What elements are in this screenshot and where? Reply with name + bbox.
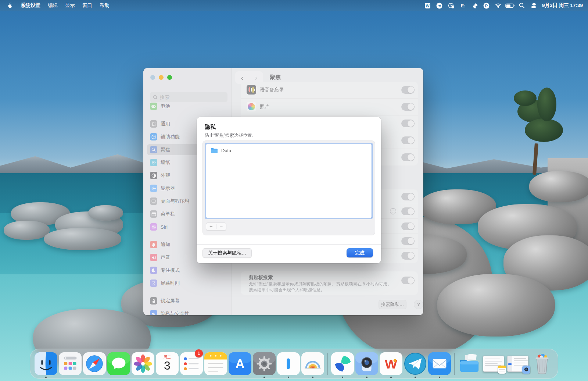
dock-system-settings[interactable] bbox=[252, 349, 276, 379]
sidebar-item-lock-screen[interactable]: 锁定屏幕 bbox=[147, 295, 228, 306]
about-search-privacy-button[interactable]: 关于搜索与隐私… bbox=[202, 248, 252, 258]
telegram-icon[interactable] bbox=[435, 1, 444, 10]
zoom-button[interactable] bbox=[167, 75, 172, 80]
menu-3[interactable]: 窗口 bbox=[79, 0, 96, 11]
displays-icon bbox=[150, 185, 157, 192]
menu-bar-clock[interactable]: 9月3日 周三 17:39 bbox=[542, 2, 583, 9]
menu-bar: 系统设置编辑显示窗口帮助 WE:P 9月3日 周三 17:39 bbox=[0, 0, 588, 11]
dock-photos[interactable] bbox=[131, 349, 155, 379]
dock-notes[interactable] bbox=[204, 349, 228, 379]
dock-mail[interactable] bbox=[427, 349, 452, 379]
clipboard-search-title: 剪贴板搜索 bbox=[249, 274, 273, 281]
running-indicator bbox=[263, 377, 265, 378]
pin-icon[interactable]: P bbox=[482, 1, 491, 10]
wps-icon[interactable]: W bbox=[423, 1, 433, 10]
dock-messages[interactable] bbox=[107, 349, 131, 379]
dock-trash[interactable] bbox=[530, 349, 554, 379]
dock-lens-app[interactable] bbox=[355, 349, 379, 379]
result-toggle[interactable] bbox=[401, 136, 415, 144]
fast-user-switching-icon[interactable] bbox=[529, 1, 538, 10]
menu-2[interactable]: 显示 bbox=[61, 0, 79, 11]
sidebar-item-label: Siri bbox=[161, 224, 168, 230]
accessibility-icon bbox=[150, 133, 157, 140]
result-row-label: 语音备忘录 bbox=[260, 86, 284, 93]
dock-netdisk[interactable] bbox=[330, 349, 355, 379]
search-result-row: 照片 bbox=[241, 98, 418, 115]
running-indicator bbox=[342, 377, 343, 378]
sheet-subtitle: 防止“聚焦”搜索这些位置。 bbox=[205, 132, 256, 139]
svg-text:W: W bbox=[385, 357, 397, 371]
search-privacy-button[interactable]: 搜索隐私… bbox=[379, 300, 406, 309]
apple-menu[interactable] bbox=[4, 2, 15, 9]
sidebar-item-label: 锁定屏幕 bbox=[161, 298, 180, 304]
svg-text:3: 3 bbox=[164, 359, 171, 372]
help-button[interactable]: ? bbox=[414, 300, 423, 309]
search-input[interactable] bbox=[160, 95, 219, 100]
dock-sunrise-app[interactable] bbox=[301, 349, 325, 379]
general-icon bbox=[150, 120, 157, 128]
dock-calendar[interactable]: 周三3 bbox=[155, 349, 179, 379]
excluded-locations-list[interactable]: Data bbox=[206, 144, 372, 218]
folder-icon bbox=[211, 147, 218, 153]
sidebar-item-privacy[interactable]: 隐私与安全性 bbox=[147, 308, 228, 315]
menu-app-name[interactable]: 系统设置 bbox=[17, 0, 44, 11]
dock-telegram[interactable] bbox=[403, 349, 427, 379]
menu-4[interactable]: 帮助 bbox=[96, 0, 113, 11]
spotlight-icon[interactable] bbox=[517, 1, 527, 10]
battery-icon[interactable] bbox=[505, 1, 515, 10]
excluded-location-row[interactable]: Data bbox=[206, 144, 372, 153]
remove-location-button[interactable]: − bbox=[216, 223, 226, 230]
sound-icon bbox=[150, 254, 157, 261]
sidebar-item-label: 外观 bbox=[161, 172, 170, 179]
sidebar-item-battery[interactable]: 电池 bbox=[147, 101, 228, 112]
sidebar-item-focus[interactable]: 专注模式 bbox=[147, 265, 228, 276]
sidebar-item-label: 通用 bbox=[161, 121, 170, 127]
sidebar-item-label: 聚焦 bbox=[161, 146, 170, 153]
dock-textbar-app[interactable] bbox=[276, 349, 301, 379]
running-indicator bbox=[390, 377, 392, 378]
info-icon[interactable]: i bbox=[390, 208, 396, 214]
desktop: 系统设置编辑显示窗口帮助 WE:P 9月3日 周三 17:39 电池通用辅助功能… bbox=[0, 0, 588, 381]
app-menus: 系统设置编辑显示窗口帮助 bbox=[17, 0, 113, 11]
photos-icon bbox=[247, 102, 256, 111]
dock-minimized-window[interactable] bbox=[481, 349, 506, 379]
running-indicator bbox=[45, 377, 47, 378]
result-toggle[interactable] bbox=[401, 252, 415, 260]
privacy-sheet: 隐私 防止“聚焦”搜索这些位置。 Data + − 关于搜索与隐私… 完成 bbox=[197, 117, 381, 263]
result-toggle[interactable] bbox=[401, 207, 415, 215]
clipboard-search-description: 允许“聚焦”搜索和显示你拷贝到剪贴板的项目。剪贴板项目在 8 小时内可用。 搜索… bbox=[249, 281, 403, 293]
result-toggle[interactable] bbox=[401, 103, 415, 111]
result-toggle[interactable] bbox=[401, 237, 415, 245]
dock-reminders[interactable]: 1 bbox=[179, 349, 204, 379]
dock: 周三31AW bbox=[30, 349, 558, 379]
search-result-row: 语音备忘录 bbox=[241, 82, 418, 98]
add-location-button[interactable]: + bbox=[206, 223, 216, 230]
result-toggle[interactable] bbox=[401, 153, 415, 161]
dock-finder[interactable] bbox=[34, 349, 58, 379]
result-toggle[interactable] bbox=[401, 193, 415, 200]
menu-1[interactable]: 编辑 bbox=[44, 0, 61, 11]
minimize-button[interactable] bbox=[159, 75, 164, 80]
dock-launchpad[interactable] bbox=[58, 349, 82, 379]
dock-wps[interactable]: W bbox=[379, 349, 403, 379]
svg-text:W: W bbox=[426, 3, 430, 8]
clipboard-search-toggle[interactable] bbox=[401, 277, 415, 284]
sidebar-item-label: 通知 bbox=[161, 241, 170, 248]
dock-safari[interactable] bbox=[82, 349, 107, 379]
dock-downloads-folder[interactable] bbox=[457, 349, 481, 379]
result-toggle[interactable] bbox=[401, 86, 415, 94]
sidebar-item-screen-time[interactable]: 屏幕时间 bbox=[147, 278, 228, 289]
wifi-icon[interactable] bbox=[494, 1, 503, 10]
done-button[interactable]: 完成 bbox=[347, 248, 373, 257]
clipboard-search-group: 剪贴板搜索 允许“聚焦”搜索和显示你拷贝到剪贴板的项目。剪贴板项目在 8 小时内… bbox=[241, 271, 418, 295]
result-toggle[interactable] bbox=[401, 120, 415, 127]
dictionary-icon[interactable]: E: bbox=[458, 1, 468, 10]
dock-separator bbox=[452, 349, 457, 379]
dock-minimized-window-2[interactable] bbox=[506, 349, 530, 379]
result-toggle[interactable] bbox=[401, 222, 415, 230]
dock-app-store[interactable]: A bbox=[228, 349, 252, 379]
close-button[interactable] bbox=[150, 75, 155, 80]
screen-time-lock-icon[interactable] bbox=[447, 1, 456, 10]
voice-memos-icon bbox=[247, 85, 256, 95]
netdisk-icon[interactable] bbox=[470, 1, 480, 10]
